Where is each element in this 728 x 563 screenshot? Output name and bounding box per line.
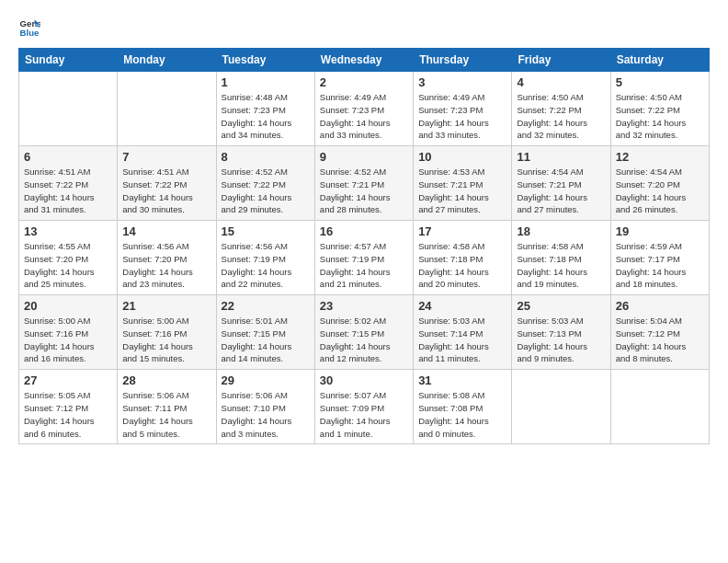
week-row-5: 27Sunrise: 5:05 AM Sunset: 7:12 PM Dayli… (19, 370, 710, 444)
week-row-2: 6Sunrise: 4:51 AM Sunset: 7:22 PM Daylig… (19, 146, 710, 221)
day-info: Sunrise: 4:56 AM Sunset: 7:20 PM Dayligh… (122, 240, 210, 291)
day-number: 18 (517, 224, 605, 238)
weekday-header-wednesday: Wednesday (314, 49, 413, 72)
day-number: 21 (122, 299, 210, 313)
calendar-cell: 17Sunrise: 4:58 AM Sunset: 7:18 PM Dayli… (414, 221, 512, 295)
calendar-cell: 13Sunrise: 4:55 AM Sunset: 7:20 PM Dayli… (19, 221, 118, 295)
calendar-cell (512, 370, 610, 444)
header: General Blue (18, 17, 710, 39)
day-info: Sunrise: 5:03 AM Sunset: 7:13 PM Dayligh… (517, 315, 605, 365)
day-info: Sunrise: 4:54 AM Sunset: 7:20 PM Dayligh… (616, 166, 704, 216)
day-number: 10 (418, 150, 506, 164)
day-info: Sunrise: 4:50 AM Sunset: 7:22 PM Dayligh… (616, 91, 704, 142)
day-info: Sunrise: 4:57 AM Sunset: 7:19 PM Dayligh… (320, 240, 408, 291)
day-info: Sunrise: 4:56 AM Sunset: 7:19 PM Dayligh… (222, 240, 310, 291)
page: General Blue SundayMondayTuesdayWednesda… (0, 0, 728, 563)
calendar-cell: 11Sunrise: 4:54 AM Sunset: 7:21 PM Dayli… (512, 146, 610, 221)
day-info: Sunrise: 4:54 AM Sunset: 7:21 PM Dayligh… (517, 166, 605, 216)
day-info: Sunrise: 5:06 AM Sunset: 7:10 PM Dayligh… (222, 389, 310, 440)
weekday-header-monday: Monday (118, 49, 216, 72)
day-number: 27 (24, 373, 112, 387)
day-number: 28 (122, 373, 210, 387)
calendar-cell: 23Sunrise: 5:02 AM Sunset: 7:15 PM Dayli… (314, 295, 413, 370)
day-number: 5 (616, 75, 704, 89)
week-row-3: 13Sunrise: 4:55 AM Sunset: 7:20 PM Dayli… (19, 221, 710, 295)
day-number: 15 (222, 224, 310, 238)
calendar-cell: 10Sunrise: 4:53 AM Sunset: 7:21 PM Dayli… (414, 146, 512, 221)
day-info: Sunrise: 4:52 AM Sunset: 7:22 PM Dayligh… (222, 166, 310, 216)
calendar-cell: 1Sunrise: 4:48 AM Sunset: 7:23 PM Daylig… (216, 72, 314, 146)
day-number: 31 (418, 373, 506, 387)
day-number: 17 (418, 224, 506, 238)
day-number: 26 (616, 299, 704, 313)
day-info: Sunrise: 4:58 AM Sunset: 7:18 PM Dayligh… (517, 240, 605, 291)
calendar-cell: 28Sunrise: 5:06 AM Sunset: 7:11 PM Dayli… (118, 370, 216, 444)
calendar-cell: 3Sunrise: 4:49 AM Sunset: 7:23 PM Daylig… (414, 72, 512, 146)
calendar-cell: 5Sunrise: 4:50 AM Sunset: 7:22 PM Daylig… (610, 72, 709, 146)
day-info: Sunrise: 4:52 AM Sunset: 7:21 PM Dayligh… (320, 166, 408, 216)
day-info: Sunrise: 5:00 AM Sunset: 7:16 PM Dayligh… (122, 315, 210, 365)
calendar-cell: 30Sunrise: 5:07 AM Sunset: 7:09 PM Dayli… (314, 370, 413, 444)
day-number: 4 (517, 75, 605, 89)
day-number: 23 (320, 299, 408, 313)
calendar-cell: 6Sunrise: 4:51 AM Sunset: 7:22 PM Daylig… (19, 146, 118, 221)
day-info: Sunrise: 4:48 AM Sunset: 7:23 PM Dayligh… (222, 91, 310, 142)
calendar-cell: 26Sunrise: 5:04 AM Sunset: 7:12 PM Dayli… (610, 295, 709, 370)
day-number: 13 (24, 224, 112, 238)
calendar-cell: 8Sunrise: 4:52 AM Sunset: 7:22 PM Daylig… (216, 146, 314, 221)
calendar-cell: 2Sunrise: 4:49 AM Sunset: 7:23 PM Daylig… (314, 72, 413, 146)
weekday-header-friday: Friday (512, 49, 610, 72)
day-number: 25 (517, 299, 605, 313)
day-info: Sunrise: 5:08 AM Sunset: 7:08 PM Dayligh… (418, 389, 506, 440)
weekday-header-tuesday: Tuesday (216, 49, 314, 72)
calendar-table: SundayMondayTuesdayWednesdayThursdayFrid… (18, 48, 710, 444)
day-info: Sunrise: 5:07 AM Sunset: 7:09 PM Dayligh… (320, 389, 408, 440)
calendar-cell (610, 370, 709, 444)
calendar-cell: 18Sunrise: 4:58 AM Sunset: 7:18 PM Dayli… (512, 221, 610, 295)
day-info: Sunrise: 5:05 AM Sunset: 7:12 PM Dayligh… (24, 389, 112, 440)
day-info: Sunrise: 5:01 AM Sunset: 7:15 PM Dayligh… (222, 315, 310, 365)
calendar-cell: 9Sunrise: 4:52 AM Sunset: 7:21 PM Daylig… (314, 146, 413, 221)
day-info: Sunrise: 5:06 AM Sunset: 7:11 PM Dayligh… (122, 389, 210, 440)
logo-icon: General Blue (18, 17, 40, 39)
day-info: Sunrise: 4:51 AM Sunset: 7:22 PM Dayligh… (122, 166, 210, 216)
weekday-header-row: SundayMondayTuesdayWednesdayThursdayFrid… (19, 49, 710, 72)
calendar-cell: 27Sunrise: 5:05 AM Sunset: 7:12 PM Dayli… (19, 370, 118, 444)
day-number: 1 (222, 75, 310, 89)
day-number: 29 (222, 373, 310, 387)
calendar-cell (19, 72, 118, 146)
day-info: Sunrise: 5:03 AM Sunset: 7:14 PM Dayligh… (418, 315, 506, 365)
day-info: Sunrise: 4:58 AM Sunset: 7:18 PM Dayligh… (418, 240, 506, 291)
week-row-1: 1Sunrise: 4:48 AM Sunset: 7:23 PM Daylig… (19, 72, 710, 146)
day-number: 16 (320, 224, 408, 238)
day-number: 2 (320, 75, 408, 89)
day-info: Sunrise: 4:59 AM Sunset: 7:17 PM Dayligh… (616, 240, 704, 291)
calendar-cell: 12Sunrise: 4:54 AM Sunset: 7:20 PM Dayli… (610, 146, 709, 221)
day-info: Sunrise: 4:51 AM Sunset: 7:22 PM Dayligh… (24, 166, 112, 216)
calendar-cell: 31Sunrise: 5:08 AM Sunset: 7:08 PM Dayli… (414, 370, 512, 444)
day-info: Sunrise: 4:53 AM Sunset: 7:21 PM Dayligh… (418, 166, 506, 216)
calendar-cell: 21Sunrise: 5:00 AM Sunset: 7:16 PM Dayli… (118, 295, 216, 370)
calendar-cell: 22Sunrise: 5:01 AM Sunset: 7:15 PM Dayli… (216, 295, 314, 370)
week-row-4: 20Sunrise: 5:00 AM Sunset: 7:16 PM Dayli… (19, 295, 710, 370)
day-info: Sunrise: 5:02 AM Sunset: 7:15 PM Dayligh… (320, 315, 408, 365)
day-info: Sunrise: 4:50 AM Sunset: 7:22 PM Dayligh… (517, 91, 605, 142)
weekday-header-saturday: Saturday (610, 49, 709, 72)
day-info: Sunrise: 5:04 AM Sunset: 7:12 PM Dayligh… (616, 315, 704, 365)
calendar-cell (118, 72, 216, 146)
day-number: 7 (122, 150, 210, 164)
day-number: 12 (616, 150, 704, 164)
day-info: Sunrise: 4:49 AM Sunset: 7:23 PM Dayligh… (320, 91, 408, 142)
day-number: 3 (418, 75, 506, 89)
day-info: Sunrise: 5:00 AM Sunset: 7:16 PM Dayligh… (24, 315, 112, 365)
calendar-cell: 20Sunrise: 5:00 AM Sunset: 7:16 PM Dayli… (19, 295, 118, 370)
calendar-cell: 29Sunrise: 5:06 AM Sunset: 7:10 PM Dayli… (216, 370, 314, 444)
day-number: 14 (122, 224, 210, 238)
calendar-cell: 15Sunrise: 4:56 AM Sunset: 7:19 PM Dayli… (216, 221, 314, 295)
weekday-header-thursday: Thursday (414, 49, 512, 72)
calendar-cell: 25Sunrise: 5:03 AM Sunset: 7:13 PM Dayli… (512, 295, 610, 370)
calendar-cell: 24Sunrise: 5:03 AM Sunset: 7:14 PM Dayli… (414, 295, 512, 370)
calendar-cell: 16Sunrise: 4:57 AM Sunset: 7:19 PM Dayli… (314, 221, 413, 295)
day-number: 22 (222, 299, 310, 313)
day-number: 6 (24, 150, 112, 164)
